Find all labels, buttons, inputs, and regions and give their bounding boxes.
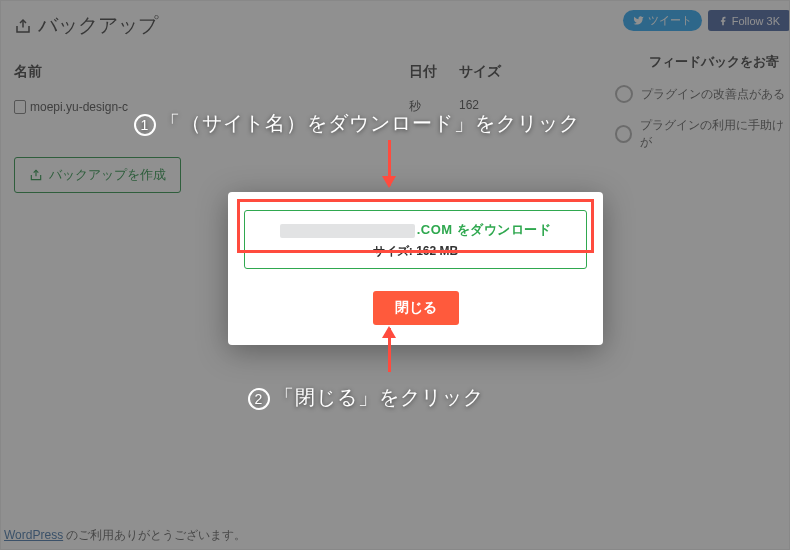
instruction-1-text: 「（サイト名）をダウンロード」をクリック	[160, 112, 580, 134]
download-modal: .COM をダウンロード サイズ: 162 MB 閉じる	[228, 192, 603, 345]
close-button-label: 閉じる	[395, 299, 437, 315]
step-number-2: 2	[248, 388, 270, 410]
download-size: サイズ: 162 MB	[253, 243, 578, 260]
download-box[interactable]: .COM をダウンロード サイズ: 162 MB	[244, 210, 587, 269]
sitename-redacted	[280, 224, 415, 238]
arrow-up-icon	[388, 328, 391, 372]
download-link[interactable]: .COM をダウンロード	[253, 221, 578, 239]
arrow-down-icon	[388, 140, 391, 186]
step-number-1: 1	[134, 114, 156, 136]
instruction-2-text: 「閉じる」をクリック	[274, 386, 484, 408]
instruction-1: 1「（サイト名）をダウンロード」をクリック	[134, 110, 580, 137]
download-suffix: .COM をダウンロード	[417, 222, 552, 237]
close-button[interactable]: 閉じる	[373, 291, 459, 325]
instruction-2: 2「閉じる」をクリック	[248, 384, 484, 411]
